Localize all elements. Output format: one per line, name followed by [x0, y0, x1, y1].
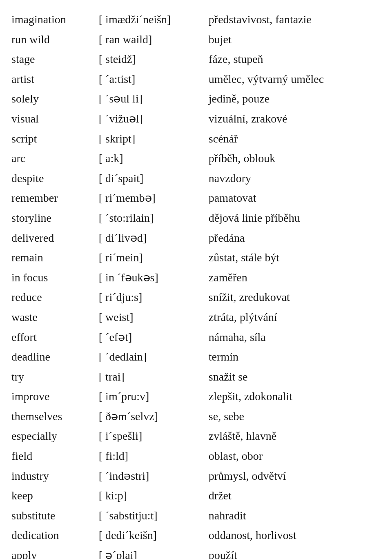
word-cell: artist — [11, 69, 99, 89]
word-cell: imagination — [11, 10, 99, 30]
word-cell: run wild — [11, 30, 99, 50]
translation-cell: nahradit — [209, 506, 381, 526]
word-cell: visual — [11, 109, 99, 129]
phonetic-cell: [ ri´dju:s] — [99, 287, 209, 307]
word-cell: try — [11, 367, 99, 387]
translation-cell: scénář — [209, 129, 381, 149]
phonetic-cell: [ di´spait] — [99, 169, 209, 189]
table-row: field[ fi:ld]oblast, obor — [11, 446, 381, 466]
table-row: storyline[ ´sto:rilain]dějová linie příb… — [11, 208, 381, 228]
translation-cell: zaměřen — [209, 268, 381, 288]
translation-cell: vizuální, zrakové — [209, 109, 381, 129]
phonetic-cell: [ ´vižuəl] — [99, 109, 209, 129]
phonetic-cell: [ steidž] — [99, 49, 209, 69]
translation-cell: pamatovat — [209, 188, 381, 208]
translation-cell: průmysl, odvětví — [209, 466, 381, 486]
table-row: in focus[ in ´fəukəs]zaměřen — [11, 268, 381, 288]
word-cell: arc — [11, 149, 99, 169]
phonetic-cell: [ im´pru:v] — [99, 387, 209, 407]
phonetic-cell: [ ðəm´selvz] — [99, 407, 209, 427]
translation-cell: umělec, výtvarný umělec — [209, 69, 381, 89]
phonetic-cell: [ i´spešli] — [99, 426, 209, 446]
table-row: effort[ ´efət]námaha, síla — [11, 327, 381, 347]
phonetic-cell: [ ə´plai] — [99, 546, 209, 559]
word-cell: field — [11, 446, 99, 466]
word-cell: apply — [11, 546, 99, 559]
table-row: keep[ ki:p]držet — [11, 486, 381, 506]
table-row: arc[ a:k]příběh, oblouk — [11, 149, 381, 169]
table-row: waste[ weist]ztráta, plýtvání — [11, 307, 381, 327]
table-row: remain[ ri´mein]zůstat, stále být — [11, 248, 381, 268]
word-cell: substitute — [11, 506, 99, 526]
translation-cell: předána — [209, 228, 381, 248]
word-cell: remain — [11, 248, 99, 268]
word-cell: dedication — [11, 526, 99, 546]
translation-cell: navzdory — [209, 169, 381, 189]
translation-cell: zlepšit, zdokonalit — [209, 387, 381, 407]
table-row: imagination[ imædži´neišn]představivost,… — [11, 10, 381, 30]
table-row: improve[ im´pru:v]zlepšit, zdokonalit — [11, 387, 381, 407]
translation-cell: bujet — [209, 30, 381, 50]
table-row: industry[ ´indəstri]průmysl, odvětví — [11, 466, 381, 486]
word-cell: storyline — [11, 208, 99, 228]
phonetic-cell: [ weist] — [99, 307, 209, 327]
table-row: delivered[ di´livəd]předána — [11, 228, 381, 248]
phonetic-cell: [ ri´membə] — [99, 188, 209, 208]
table-row: themselves[ ðəm´selvz]se, sebe — [11, 407, 381, 427]
phonetic-cell: [ dedi´keišn] — [99, 526, 209, 546]
phonetic-cell: [ ri´mein] — [99, 248, 209, 268]
phonetic-cell: [ ran waild] — [99, 30, 209, 50]
table-row: stage[ steidž]fáze, stupeň — [11, 49, 381, 69]
word-cell: deadline — [11, 347, 99, 367]
word-cell: waste — [11, 307, 99, 327]
translation-cell: zůstat, stále být — [209, 248, 381, 268]
table-row: run wild[ ran waild]bujet — [11, 30, 381, 50]
phonetic-cell: [ ´indəstri] — [99, 466, 209, 486]
phonetic-cell: [ a:k] — [99, 149, 209, 169]
table-row: visual[ ´vižuəl]vizuální, zrakové — [11, 109, 381, 129]
translation-cell: použít — [209, 546, 381, 559]
table-row: remember[ ri´membə]pamatovat — [11, 188, 381, 208]
table-row: despite[ di´spait]navzdory — [11, 169, 381, 189]
phonetic-cell: [ trai] — [99, 367, 209, 387]
phonetic-cell: [ di´livəd] — [99, 228, 209, 248]
table-row: apply[ ə´plai]použít — [11, 546, 381, 559]
word-cell: effort — [11, 327, 99, 347]
word-cell: remember — [11, 188, 99, 208]
translation-cell: držet — [209, 486, 381, 506]
word-cell: keep — [11, 486, 99, 506]
word-cell: improve — [11, 387, 99, 407]
phonetic-cell: [ in ´fəukəs] — [99, 268, 209, 288]
table-row: reduce[ ri´dju:s]snížit, zredukovat — [11, 287, 381, 307]
table-row: substitute[ ´sabstitju:t]nahradit — [11, 506, 381, 526]
translation-cell: námaha, síla — [209, 327, 381, 347]
word-cell: despite — [11, 169, 99, 189]
phonetic-cell: [ ´sto:rilain] — [99, 208, 209, 228]
translation-cell: jedině, pouze — [209, 89, 381, 109]
translation-cell: snížit, zredukovat — [209, 287, 381, 307]
translation-cell: termín — [209, 347, 381, 367]
table-row: deadline[ ´dedlain]termín — [11, 347, 381, 367]
translation-cell: snažit se — [209, 367, 381, 387]
translation-cell: oddanost, horlivost — [209, 526, 381, 546]
table-row: especially[ i´spešli]zvláště, hlavně — [11, 426, 381, 446]
phonetic-cell: [ ki:p] — [99, 486, 209, 506]
translation-cell: dějová linie příběhu — [209, 208, 381, 228]
phonetic-cell: [ ´dedlain] — [99, 347, 209, 367]
word-cell: themselves — [11, 407, 99, 427]
translation-cell: ztráta, plýtvání — [209, 307, 381, 327]
phonetic-cell: [ ´sabstitju:t] — [99, 506, 209, 526]
word-cell: stage — [11, 49, 99, 69]
phonetic-cell: [ skript] — [99, 129, 209, 149]
word-cell: reduce — [11, 287, 99, 307]
translation-cell: příběh, oblouk — [209, 149, 381, 169]
word-cell: delivered — [11, 228, 99, 248]
phonetic-cell: [ imædži´neišn] — [99, 10, 209, 30]
word-cell: industry — [11, 466, 99, 486]
phonetic-cell: [ ´efət] — [99, 327, 209, 347]
word-cell: in focus — [11, 268, 99, 288]
translation-cell: zvláště, hlavně — [209, 426, 381, 446]
word-cell: script — [11, 129, 99, 149]
phonetic-cell: [ ´a:tist] — [99, 69, 209, 89]
translation-cell: fáze, stupeň — [209, 49, 381, 69]
